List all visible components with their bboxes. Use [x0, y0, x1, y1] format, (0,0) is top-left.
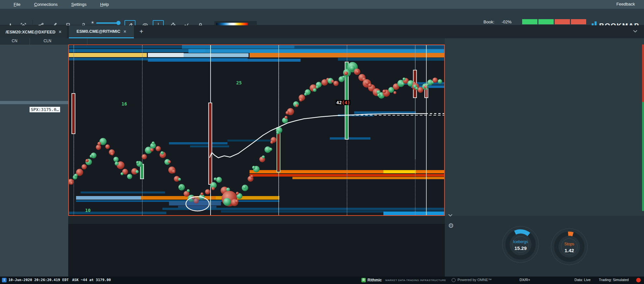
column-header-row: CN CLN	[0, 38, 445, 44]
book-label: Book:	[483, 19, 494, 24]
last-trade-marker: 42(4)	[336, 100, 351, 105]
close-icon[interactable]: ×	[59, 29, 61, 34]
icebergs-gauge-value: 15.29	[496, 245, 545, 251]
ladder-collapse-chevron[interactable]	[447, 213, 453, 219]
tab-label: /ESM20:XCME@DXFEED	[6, 30, 56, 34]
menu-bar: FileConnectionsSettingsHelp Feedback	[0, 0, 644, 9]
tab-label: ESM0.CME@RITHMIC	[77, 29, 121, 34]
icebergs-gauge: Icebergs 15.29	[496, 220, 545, 269]
add-tab-button[interactable]: +	[136, 27, 146, 36]
volume-annotation: 25	[236, 80, 242, 85]
header-divider	[87, 38, 87, 44]
toolbar: ☀ ▼ Book: -02% Volume: -01% BOOKMAP	[0, 9, 644, 25]
menu-item-connections[interactable]: Connections	[34, 2, 58, 7]
meter-segment	[538, 19, 554, 24]
icebergs-gauge-label: Icebergs	[496, 240, 545, 244]
brightness-icon: ☀	[91, 20, 95, 25]
indicator-panel[interactable]	[68, 224, 445, 277]
heatmap-chart[interactable]: 16251042(4)	[68, 44, 445, 216]
meter-segment	[571, 19, 586, 24]
left-gutter	[0, 44, 68, 277]
indicator-line	[210, 114, 426, 158]
stops-gauge-value: 1.42	[545, 248, 594, 253]
status-timestamp: 10-Jun-2020 20:26:20.419 EDT	[8, 278, 69, 282]
chart-overlay	[69, 45, 445, 216]
rithmic-logo-icon: R	[361, 278, 366, 282]
menu-item-help[interactable]: Help	[100, 2, 109, 7]
info-icon[interactable]: i	[2, 278, 6, 282]
data-mode-label: Data: Live	[574, 278, 591, 282]
time-axis	[68, 216, 445, 224]
volume-annotation: 16	[122, 101, 127, 106]
ladder-range-red	[642, 44, 644, 102]
cn-column-header[interactable]: CN	[12, 39, 17, 43]
stops-gauge: Stops 1.42	[545, 222, 594, 271]
drawn-ellipse-annotation[interactable]	[186, 197, 209, 211]
chevron-down-icon	[447, 213, 453, 218]
rithmic-tagline: MARKET DATA-TRADING INFRASTRUCTURE	[385, 279, 446, 282]
gear-icon[interactable]: ⚙	[448, 222, 454, 229]
panel-collapse-chevron[interactable]	[632, 29, 638, 35]
dxr-label: DX/R+	[520, 278, 530, 282]
tab-bar: /ESM20:XCME@DXFEED × ESM0.CME@RITHMIC × …	[0, 25, 644, 38]
ladder-range-green	[642, 102, 644, 211]
record-dot	[636, 278, 641, 282]
omne-icon	[452, 278, 456, 282]
cln-column-header[interactable]: CLN	[44, 39, 51, 43]
tab-esm0-rithmic[interactable]: ESM0.CME@RITHMIC ×	[69, 25, 134, 38]
stops-gauge-label: Stops	[545, 242, 594, 246]
status-bar: i 10-Jun-2020 20:26:20.419 EDT ASK ~44 a…	[0, 277, 644, 284]
rithmic-logo-text: Rithmic	[367, 278, 382, 282]
menu-item-settings[interactable]: Settings	[71, 2, 86, 7]
chevron-down-icon	[632, 29, 638, 34]
book-value: -02%	[502, 19, 511, 24]
trading-mode-label: Trading: Simulated	[599, 278, 629, 282]
feedback-link[interactable]: Feedback	[616, 2, 635, 6]
dom-ladder[interactable]	[445, 38, 644, 216]
right-bottom-panel: ⚙ Icebergs 15.29 Stops 1.42	[445, 216, 644, 277]
meter-segment	[522, 19, 537, 24]
tab-esm20-dxfeed[interactable]: /ESM20:XCME@DXFEED ×	[0, 25, 67, 38]
header-divider	[30, 38, 30, 44]
status-ask-info: ASK ~44 at 3179.00	[72, 278, 111, 282]
spx-price-band	[0, 101, 68, 104]
menu-item-file[interactable]: File	[14, 2, 20, 7]
close-icon[interactable]: ×	[123, 29, 126, 34]
brightness-slider[interactable]	[96, 22, 119, 24]
spx-price-label: SPX:3175.0…	[30, 107, 60, 112]
book-meter-bar	[522, 19, 587, 24]
brightness-slider-knob[interactable]	[116, 21, 121, 25]
volume-annotation: 10	[85, 208, 91, 213]
powered-by-omne: Powered by OMNE™	[457, 278, 492, 282]
meter-segment	[555, 19, 570, 24]
